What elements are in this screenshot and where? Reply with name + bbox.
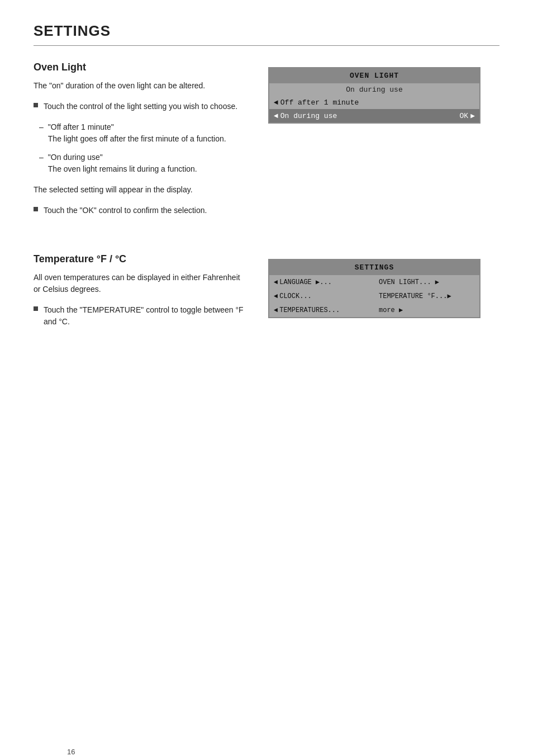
oven-light-dash1: "Off after 1 minute" The light goes off …: [34, 121, 246, 145]
arrow-left-language: ◄: [274, 278, 278, 286]
dash1-label: "Off after 1 minute": [48, 121, 226, 133]
lcd-cell-temperatures[interactable]: ◄ TEMPERATURES...: [269, 303, 374, 317]
title-divider: [34, 45, 499, 46]
dash2-label: "On during use": [48, 152, 197, 163]
lcd-cell-language[interactable]: ◄ LANGUAGE ▶...: [269, 275, 374, 289]
lcd-cell-clock[interactable]: ◄ CLOCK...: [269, 289, 374, 303]
temperature-text: Temperature °F / °C All oven temperature…: [34, 253, 246, 337]
oven-light-bullet2: Touch the "OK" control to confirm the se…: [34, 205, 246, 216]
oven-light-bullet1: Touch the control of the light setting y…: [34, 101, 246, 112]
lcd-oven-light-subtitle: On during use: [269, 83, 479, 96]
bullet-icon-3: [34, 306, 38, 311]
lcd-settings-title: SETTINGS: [269, 260, 479, 275]
ok-button-lcd[interactable]: OK: [460, 112, 469, 120]
page-title: SETTINGS: [34, 22, 499, 40]
selected-note: The selected setting will appear in the …: [34, 184, 246, 196]
oven-light-display-area: OVEN LIGHT On during use ◄ Off after 1 m…: [268, 62, 480, 225]
temperature-heading: Temperature °F / °C: [34, 253, 246, 265]
oven-light-text: Oven Light The "on" duration of the oven…: [34, 62, 246, 225]
arrow-left-icon-1: ◄: [274, 98, 278, 107]
lcd-cell-oven-light[interactable]: OVEN LIGHT... ▶: [374, 275, 479, 289]
oven-light-lcd: OVEN LIGHT On during use ◄ Off after 1 m…: [268, 67, 480, 124]
oven-light-heading: Oven Light: [34, 62, 246, 73]
oven-light-dashes: "Off after 1 minute" The light goes off …: [34, 121, 246, 175]
arrow-right-icon-ok: ▶: [470, 111, 475, 120]
bullet-icon-2: [34, 207, 38, 211]
oven-light-intro: The "on" duration of the oven light can …: [34, 80, 246, 92]
oven-light-section: Oven Light The "on" duration of the oven…: [34, 62, 499, 225]
lcd-row-off-after[interactable]: ◄ Off after 1 minute: [269, 96, 479, 109]
oven-light-bullet2-list: Touch the "OK" control to confirm the se…: [34, 205, 246, 216]
temperature-section: Temperature °F / °C All oven temperature…: [34, 253, 499, 337]
temperature-display-area: SETTINGS ◄ LANGUAGE ▶... OVEN LIGHT... ▶…: [268, 253, 480, 337]
dash2-desc: The oven light remains lit during a func…: [48, 163, 197, 175]
temperature-bullet1: Touch the "TEMPERATURE" control to toggl…: [34, 304, 246, 328]
lcd-oven-light-title: OVEN LIGHT: [269, 68, 479, 83]
oven-light-dash2: "On during use" The oven light remains l…: [34, 152, 246, 175]
page-number: 16: [67, 748, 75, 756]
oven-light-bullets: Touch the control of the light setting y…: [34, 101, 246, 112]
lcd-cell-temperature[interactable]: TEMPERATURE °F...▶: [374, 289, 479, 303]
lcd-settings-grid: ◄ LANGUAGE ▶... OVEN LIGHT... ▶ ◄ CLOCK.…: [269, 275, 479, 317]
settings-lcd: SETTINGS ◄ LANGUAGE ▶... OVEN LIGHT... ▶…: [268, 259, 480, 318]
lcd-row2-text: On during use: [280, 112, 458, 120]
arrow-left-icon-2: ◄: [274, 112, 278, 120]
lcd-cell-more[interactable]: more ▶: [374, 303, 479, 317]
bullet-icon: [34, 103, 38, 107]
dash1-desc: The light goes off after the first minut…: [48, 133, 226, 145]
arrow-left-temperatures: ◄: [274, 306, 278, 314]
temperature-intro: All oven temperatures can be displayed i…: [34, 272, 246, 295]
lcd-row1-text: Off after 1 minute: [280, 98, 475, 107]
lcd-row-on-during[interactable]: ◄ On during use OK ▶: [269, 109, 479, 122]
temperature-bullets: Touch the "TEMPERATURE" control to toggl…: [34, 304, 246, 328]
arrow-left-clock: ◄: [274, 292, 278, 300]
